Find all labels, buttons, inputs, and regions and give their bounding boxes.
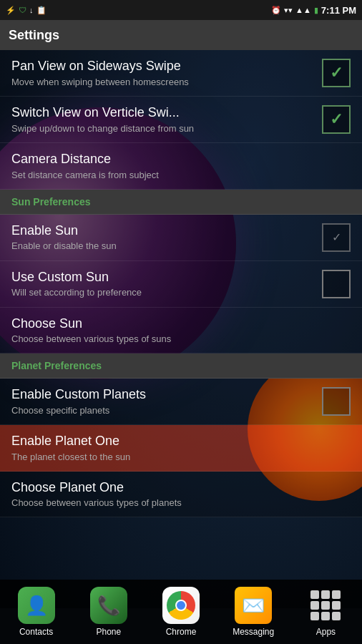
setting-switch-view-text: Switch View on Verticle Swi... Swipe up/… [11,105,322,134]
envelope-icon: ✉️ [242,595,265,617]
grid-dot [321,601,330,610]
contacts-person-icon: 👤 [25,595,48,617]
wifi-icon: ▾▾ [284,6,293,15]
chrome-inner-circle [175,600,187,611]
setting-custom-planets-text: Enable Custom Planets Choose specific pl… [11,387,322,416]
apps-icon [307,587,344,624]
grid-dot [310,601,319,610]
phone-icon: 📞 [90,587,127,624]
grid-dot [332,590,341,599]
setting-choose-planet-one-title: Choose Planet One [11,480,351,496]
setting-switch-view[interactable]: Switch View on Verticle Swi... Swipe up/… [0,97,362,143]
setting-choose-planet-one-text: Choose Planet One Choose between various… [11,480,351,509]
usb-icon: ⚡ [6,6,16,15]
setting-choose-planet-one-subtitle: Choose between various types of planets [11,497,351,508]
setting-choose-sun-title: Choose Sun [11,316,351,332]
setting-custom-sun[interactable]: Use Custom Sun Will set according to pre… [0,261,362,308]
grid-dot [321,612,330,620]
phone-handset-icon: 📞 [97,595,120,617]
sun-preferences-header: Sun Preferences [0,190,362,215]
messaging-label: Messaging [233,627,274,637]
battery-icon: ▮ [314,6,318,15]
setting-switch-view-subtitle: Swipe up/down to change distance from su… [11,123,322,134]
setting-enable-sun-subtitle: Enable or disable the sun [11,240,322,251]
setting-pan-view[interactable]: Pan View on Sideways Swipe Move when swi… [0,50,362,97]
sun-preferences-label: Sun Preferences [11,196,91,208]
setting-switch-view-title: Switch View on Verticle Swi... [11,105,322,121]
phone-label: Phone [96,627,121,637]
setting-choose-planet-one[interactable]: Choose Planet One Choose between various… [0,472,362,518]
setting-custom-planets-subtitle: Choose specific planets [11,405,322,416]
chrome-circle [167,591,195,620]
setting-camera-distance-text: Camera Distance Set distance camera is f… [11,152,351,180]
bottom-dock: 👤 Contacts 📞 Phone Chrome ✉️ Messaging [0,580,362,644]
grid-dot [332,601,341,610]
contacts-icon: 👤 [18,587,55,624]
apps-label: Apps [316,627,336,637]
chrome-label: Chrome [166,627,197,637]
dock-item-phone[interactable]: 📞 Phone [72,587,145,637]
grid-dot [332,612,341,620]
setting-custom-sun-title: Use Custom Sun [11,270,322,286]
dock-item-contacts[interactable]: 👤 Contacts [0,587,72,637]
checkmark-icon: ✓ [330,110,343,129]
custom-planets-checkbox[interactable] [322,387,351,416]
clipboard-icon: 📋 [36,6,47,15]
status-bar-left: ⚡ 🛡 ↓ 📋 [6,6,47,15]
apps-grid [310,590,341,620]
setting-enable-sun-title: Enable Sun [11,223,322,239]
setting-camera-distance[interactable]: Camera Distance Set distance camera is f… [0,143,362,190]
status-bar: ⚡ 🛡 ↓ 📋 ⏰ ▾▾ ▲▲ ▮ 7:11 PM [0,0,362,20]
messaging-icon: ✉️ [235,587,272,624]
setting-custom-sun-subtitle: Will set according to preference [11,287,322,298]
enable-sun-checkbox[interactable]: ✓ [322,223,351,252]
pan-view-checkbox[interactable]: ✓ [322,59,351,87]
dock-item-apps[interactable]: Apps [290,587,362,637]
setting-enable-planet-one[interactable]: Enable Planet One The planet closest to … [0,425,362,472]
setting-pan-view-text: Pan View on Sideways Swipe Move when swi… [11,59,322,87]
planet-preferences-header: Planet Preferences [0,353,362,379]
setting-pan-view-subtitle: Move when swiping between homescreens [11,77,322,87]
status-bar-right: ⏰ ▾▾ ▲▲ ▮ 7:11 PM [271,5,356,16]
setting-pan-view-title: Pan View on Sideways Swipe [11,59,322,74]
custom-sun-checkbox[interactable] [322,270,351,298]
grid-dot [321,590,330,599]
contacts-label: Contacts [19,627,53,637]
signal-icon: ▲▲ [295,6,311,14]
switch-view-checkbox[interactable]: ✓ [322,105,351,134]
grid-dot [310,612,319,620]
setting-enable-sun-text: Enable Sun Enable or disable the sun [11,223,322,252]
setting-enable-sun[interactable]: Enable Sun Enable or disable the sun ✓ [0,215,362,261]
page-title: Settings [9,28,59,43]
status-time: 7:11 PM [321,5,356,16]
grid-dot [310,590,319,599]
download-icon: ↓ [29,6,34,14]
title-bar: Settings [0,20,362,50]
dock-item-messaging[interactable]: ✉️ Messaging [217,587,290,637]
setting-custom-sun-text: Use Custom Sun Will set according to pre… [11,270,322,298]
chrome-icon [162,587,200,624]
setting-enable-planet-one-text: Enable Planet One The planet closest to … [11,434,351,462]
planet-preferences-label: Planet Preferences [11,360,102,371]
setting-custom-planets-title: Enable Custom Planets [11,387,322,403]
setting-enable-planet-one-title: Enable Planet One [11,434,351,449]
setting-camera-distance-title: Camera Distance [11,152,351,167]
setting-choose-sun-subtitle: Choose between various types of suns [11,333,351,344]
alarm-icon: ⏰ [271,6,281,15]
setting-custom-planets[interactable]: Enable Custom Planets Choose specific pl… [0,379,362,425]
shield-icon: 🛡 [19,6,26,14]
checkmark-icon: ✓ [330,64,343,82]
settings-list: Pan View on Sideways Swipe Move when swi… [0,50,362,517]
setting-camera-distance-subtitle: Set distance camera is from subject [11,170,351,180]
dock-item-chrome[interactable]: Chrome [145,587,217,637]
setting-choose-sun[interactable]: Choose Sun Choose between various types … [0,308,362,354]
setting-enable-planet-one-subtitle: The planet closest to the sun [11,452,351,462]
partial-check-icon: ✓ [332,230,341,244]
setting-choose-sun-text: Choose Sun Choose between various types … [11,316,351,345]
